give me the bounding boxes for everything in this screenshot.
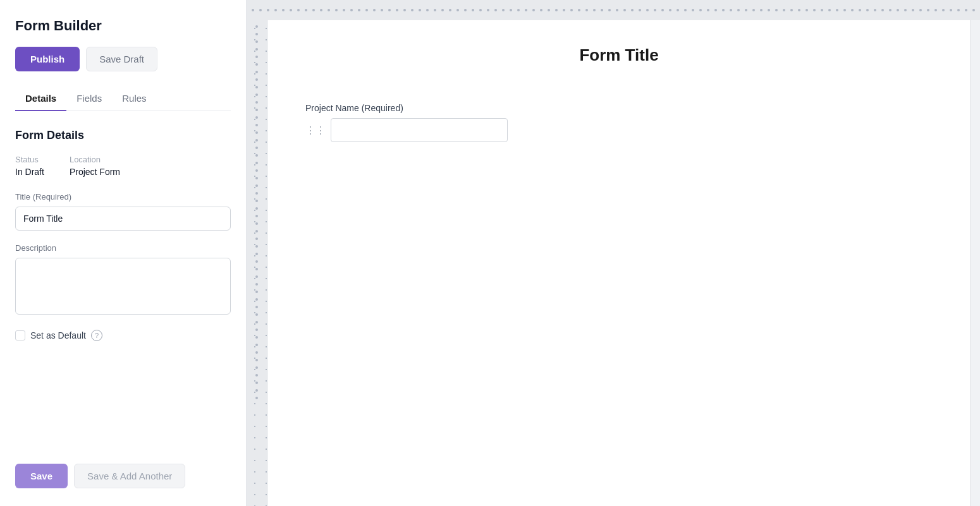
ruler-dot	[661, 9, 664, 11]
ruler-dot	[373, 9, 376, 11]
title-input[interactable]	[15, 207, 231, 231]
ruler-dot	[593, 9, 596, 11]
ruler-dots	[252, 9, 975, 11]
ruler-dot	[290, 9, 292, 11]
ruler-dot	[722, 9, 725, 11]
ruler-dot	[403, 9, 406, 11]
publish-button[interactable]: Publish	[15, 47, 80, 71]
set-default-label: Set as Default	[30, 330, 86, 340]
save-button[interactable]: Save	[15, 464, 68, 488]
ruler-dot	[942, 9, 945, 11]
status-label: Status	[15, 155, 44, 164]
ruler-dot	[699, 9, 702, 11]
field-preview-input[interactable]	[331, 118, 508, 142]
ruler-dot	[646, 9, 649, 11]
ruler-dot	[608, 9, 611, 11]
right-canvas: Form Title Project Name (Required) ⋮⋮	[247, 0, 980, 506]
field-preview-row: ⋮⋮	[305, 118, 558, 142]
ruler-dot	[677, 9, 679, 11]
ruler-dot	[320, 9, 322, 11]
ruler-dot	[768, 9, 770, 11]
ruler-dot	[578, 9, 580, 11]
ruler-dot	[737, 9, 740, 11]
ruler-dot	[927, 9, 929, 11]
ruler-dot	[456, 9, 459, 11]
ruler-dot	[965, 9, 967, 11]
save-add-another-button[interactable]: Save & Add Another	[74, 464, 185, 488]
ruler-dot	[494, 9, 497, 11]
ruler-dot	[805, 9, 808, 11]
ruler-dot	[305, 9, 307, 11]
field-preview-label: Project Name (Required)	[305, 103, 558, 113]
ruler-dot	[335, 9, 338, 11]
description-textarea[interactable]	[15, 258, 231, 315]
ruler-dot	[957, 9, 960, 11]
status-item: Status In Draft	[15, 155, 44, 177]
ruler-dot	[934, 9, 937, 11]
ruler-dot	[707, 9, 709, 11]
ruler-dot	[479, 9, 482, 11]
tab-details[interactable]: Details	[15, 87, 66, 111]
ruler-dot	[912, 9, 914, 11]
ruler-dot	[563, 9, 565, 11]
ruler-dot	[532, 9, 535, 11]
ruler-dot	[548, 9, 550, 11]
ruler-dot	[760, 9, 763, 11]
ruler-dot	[798, 9, 800, 11]
ruler-dot	[828, 9, 831, 11]
tab-rules[interactable]: Rules	[112, 87, 156, 111]
ruler-dot	[654, 9, 656, 11]
ruler-dot	[419, 9, 421, 11]
ruler-dot	[328, 9, 330, 11]
ruler-dot	[267, 9, 269, 11]
ruler-dot	[639, 9, 641, 11]
save-draft-button[interactable]: Save Draft	[86, 47, 157, 71]
help-icon[interactable]: ?	[91, 330, 102, 341]
ruler-dot	[388, 9, 391, 11]
ruler-dot	[669, 9, 671, 11]
tab-fields[interactable]: Fields	[66, 87, 112, 111]
location-value: Project Form	[70, 167, 120, 177]
ruler-dot	[790, 9, 793, 11]
set-default-row: Set as Default ?	[15, 330, 231, 341]
ruler-dot	[441, 9, 444, 11]
left-panel: Form Builder Publish Save Draft Details …	[0, 0, 247, 506]
ruler-dot	[343, 9, 345, 11]
ruler-dot	[752, 9, 755, 11]
ruler-dot	[616, 9, 618, 11]
ruler-dot	[274, 9, 277, 11]
description-label: Description	[15, 243, 231, 253]
ruler-dot	[555, 9, 558, 11]
toolbar: Publish Save Draft	[15, 47, 231, 71]
ruler-dot	[836, 9, 838, 11]
ruler-dot	[904, 9, 907, 11]
form-field-preview: Project Name (Required) ⋮⋮	[305, 103, 558, 142]
ruler-dot	[525, 9, 527, 11]
ruler-dot	[783, 9, 785, 11]
ruler-dot	[434, 9, 436, 11]
description-field-group: Description	[15, 243, 231, 317]
ruler-dot	[510, 9, 512, 11]
ruler-dot	[601, 9, 603, 11]
ruler-dot	[502, 9, 505, 11]
location-label: Location	[70, 155, 120, 164]
ruler-dot	[775, 9, 778, 11]
status-value: In Draft	[15, 167, 44, 177]
ruler-dot	[472, 9, 474, 11]
ruler-dot	[821, 9, 823, 11]
ruler-dot	[426, 9, 429, 11]
ruler-dot	[517, 9, 520, 11]
ruler-dot	[312, 9, 315, 11]
ruler-dot	[365, 9, 368, 11]
ruler-dot	[252, 9, 254, 11]
ruler-dot	[972, 9, 975, 11]
ruler-dot	[813, 9, 816, 11]
ruler-dot	[874, 9, 876, 11]
ruler-dot	[411, 9, 413, 11]
set-default-checkbox[interactable]	[15, 330, 25, 340]
ruler-dot	[684, 9, 687, 11]
tabs: Details Fields Rules	[15, 87, 231, 111]
drag-handle-icon[interactable]: ⋮⋮	[305, 124, 326, 136]
ruler-dot	[259, 9, 262, 11]
ruler-dot	[449, 9, 451, 11]
